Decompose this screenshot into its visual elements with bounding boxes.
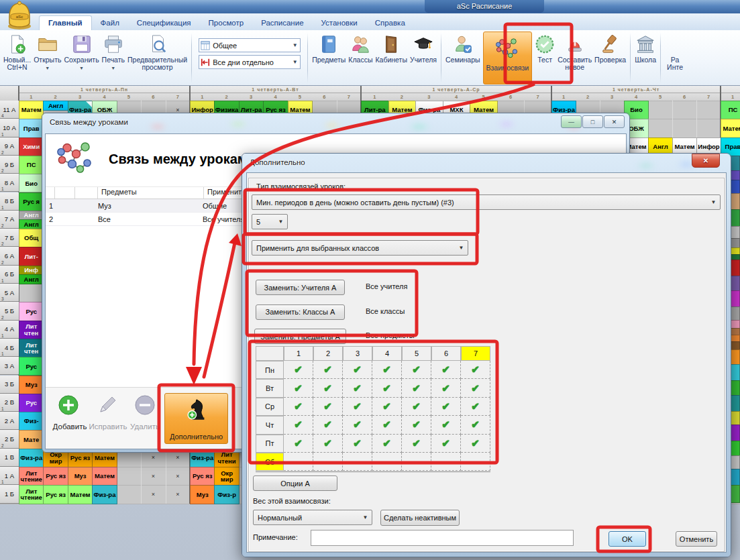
lesson-cell[interactable]: Физ-р: [214, 485, 239, 504]
grid-slot-cell[interactable]: ✔: [372, 435, 402, 453]
class-row-label[interactable]: 1 Б: [0, 485, 19, 503]
lesson-cell[interactable]: Окр мир: [214, 467, 239, 486]
lesson-cell[interactable]: Рус яз: [43, 485, 68, 504]
grid-day-label[interactable]: Вт: [256, 379, 284, 397]
grid-slot-cell[interactable]: ✔: [461, 361, 490, 379]
class-row-label[interactable]: 2 Б2: [0, 430, 19, 448]
maximize-button[interactable]: □: [582, 115, 603, 128]
lesson-cell[interactable]: ПС: [721, 101, 740, 119]
ribbon-классы-button[interactable]: Классы: [347, 31, 374, 85]
grid-slot-cell[interactable]: ✔: [431, 435, 461, 453]
lesson-cell[interactable]: Матем: [721, 119, 740, 137]
lesson-cell[interactable]: Муз: [68, 467, 93, 486]
lesson-cell[interactable]: Англ: [43, 101, 68, 111]
grid-slot-cell[interactable]: ✔: [343, 416, 372, 434]
ribbon-взаимосвязи-button[interactable]: Взаимосвязи: [483, 32, 533, 85]
grid-slot-cell[interactable]: ✔: [343, 398, 372, 416]
grid-slot-cell[interactable]: ✔: [461, 416, 490, 434]
grid-period-header[interactable]: 6: [431, 346, 461, 361]
grid-slot-cell[interactable]: ✔: [313, 435, 343, 453]
grid-day-label[interactable]: Пн: [256, 361, 284, 379]
ribbon-предметы-button[interactable]: Предметы: [311, 31, 347, 85]
replace-button-1[interactable]: Заменить: Классы А: [256, 304, 345, 320]
tab-Установки[interactable]: Установки: [313, 16, 366, 30]
ribbon-ра-button[interactable]: РаИнте: [664, 31, 686, 85]
lesson-cell[interactable]: Лит-: [19, 247, 44, 266]
lesson-cell[interactable]: Муз: [19, 376, 44, 394]
grid-slot-cell[interactable]: ✔: [431, 379, 461, 397]
grid-slot-cell[interactable]: [284, 453, 313, 471]
tab-Справка[interactable]: Справка: [366, 16, 414, 30]
ribbon-preview-button[interactable]: Предварительныйпросмотр: [126, 31, 189, 85]
grid-slot-cell[interactable]: ✔: [431, 398, 461, 416]
grid-slot-cell[interactable]: ✔: [372, 361, 402, 379]
class-row-label[interactable]: 8 А1: [0, 174, 19, 192]
tab-Просмотр[interactable]: Просмотр: [200, 16, 253, 30]
grid-slot-cell[interactable]: ✔: [461, 435, 490, 453]
lesson-cell[interactable]: Физ-: [19, 412, 44, 431]
class-row-label[interactable]: 1 А1: [0, 467, 19, 485]
class-row-label[interactable]: 7 Б2: [0, 229, 19, 247]
tab-Расписание[interactable]: Расписание: [252, 16, 312, 30]
class-row-label[interactable]: 2 А: [0, 412, 19, 430]
make-inactive-button[interactable]: Сделать неактивным: [380, 510, 460, 526]
class-row-label[interactable]: 3 Б: [0, 376, 19, 394]
grid-slot-cell[interactable]: [343, 453, 372, 471]
class-row-label[interactable]: 5 А3: [0, 284, 19, 302]
replace-button-2[interactable]: Заменить: Предметы А: [254, 329, 346, 344]
grid-period-header[interactable]: 2: [313, 346, 343, 361]
lesson-cell[interactable]: Общ: [19, 229, 44, 247]
add-button[interactable]: Добавить: [50, 423, 90, 431]
lesson-cell[interactable]: Матем: [19, 101, 44, 119]
lesson-cell[interactable]: Лит чтен: [19, 321, 44, 339]
grid-period-header[interactable]: 5: [402, 346, 431, 361]
grid-slot-cell[interactable]: ✔: [343, 361, 372, 379]
ribbon-проверка-button[interactable]: Проверка: [593, 31, 627, 85]
grid-day-label[interactable]: Чт: [256, 416, 284, 434]
lesson-cell[interactable]: Рус я: [19, 192, 44, 211]
grid-slot-cell[interactable]: [461, 453, 490, 471]
view-combo-1[interactable]: Все дни отдельно▼: [199, 55, 301, 69]
grid-day-label[interactable]: Сб: [256, 453, 284, 471]
ribbon-школа-button[interactable]: Школа: [633, 31, 657, 85]
class-row-label[interactable]: 10 А1: [0, 119, 19, 137]
grid-slot-cell[interactable]: ✔: [402, 361, 431, 379]
ribbon-folder-button[interactable]: Открыть▼: [32, 31, 62, 85]
grid-slot-cell[interactable]: ✔: [284, 435, 313, 453]
grid-slot-cell[interactable]: ✔: [284, 398, 313, 416]
grid-slot-cell[interactable]: ✔: [431, 416, 461, 434]
tab-Спецификация[interactable]: Спецификация: [128, 16, 200, 30]
count-combo[interactable]: 5▼: [252, 214, 288, 229]
grid-slot-cell[interactable]: ✔: [313, 398, 343, 416]
class-row-label[interactable]: 3 А: [0, 357, 19, 375]
lesson-cell[interactable]: Инф: [19, 266, 44, 276]
replace-button-0[interactable]: Заменить: Учителя А: [256, 280, 345, 295]
ribbon-printer-button[interactable]: Печать▼: [101, 31, 126, 85]
advanced-button[interactable]: Дополнительно: [164, 393, 228, 444]
ribbon-учителя-button[interactable]: Учителя: [409, 31, 438, 85]
grid-slot-cell[interactable]: ✔: [402, 379, 431, 397]
options-a-button[interactable]: Опции А: [253, 475, 337, 491]
ribbon-new-doc-button[interactable]: Новый...Ctrl+N: [2, 31, 32, 85]
grid-slot-cell[interactable]: [402, 453, 431, 471]
grid-period-header[interactable]: 7: [461, 346, 490, 361]
class-row-label[interactable]: 6 А2: [0, 247, 19, 265]
lesson-cell[interactable]: Физ-ра: [19, 449, 44, 467]
grid-day-label[interactable]: Пт: [256, 435, 284, 453]
class-row-label[interactable]: 4 А1: [0, 321, 19, 339]
lesson-cell[interactable]: Рус: [19, 394, 44, 412]
column-header-items[interactable]: Предметы: [98, 187, 204, 199]
lesson-cell[interactable]: Муз: [190, 485, 215, 504]
grid-slot-cell[interactable]: ✔: [343, 435, 372, 453]
grid-slot-cell[interactable]: ✔: [431, 361, 461, 379]
ok-button[interactable]: OK: [609, 531, 646, 547]
grid-slot-cell[interactable]: ✔: [313, 416, 343, 434]
grid-slot-cell[interactable]: ✔: [402, 398, 431, 416]
ribbon-семинары-button[interactable]: Семинары: [444, 31, 482, 85]
class-row-label[interactable]: 9 А2: [0, 137, 19, 156]
tab-Главный[interactable]: Главный: [39, 15, 92, 30]
class-row-label[interactable]: 4 Б1: [0, 339, 19, 357]
grid-period-header[interactable]: 3: [343, 346, 372, 361]
close-icon[interactable]: ✕: [692, 154, 720, 168]
add-icon[interactable]: [58, 394, 79, 416]
